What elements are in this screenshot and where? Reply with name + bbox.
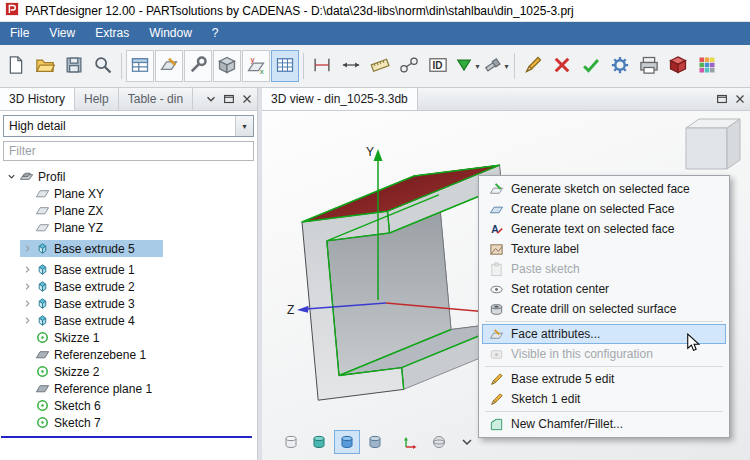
context-menu-item-label: Sketch 1 edit [511, 392, 580, 406]
tab-3d-history[interactable]: 3D History [0, 88, 75, 110]
delete-red-button[interactable] [548, 50, 576, 82]
tree-item-referenzebene-1[interactable]: Referenzebene 1 [20, 346, 174, 363]
tree-item-profil[interactable]: Profil [4, 168, 93, 185]
ruler-icon [370, 55, 390, 78]
tree-item-base-extrude-4[interactable]: Base extrude 4 [20, 312, 163, 329]
dim-arrow-button[interactable] [337, 50, 365, 82]
cylinder-blue-button[interactable] [334, 430, 360, 454]
view-cube[interactable] [686, 119, 740, 169]
context-menu-item-label: Create drill on selected surface [511, 302, 676, 316]
expander-closed-icon[interactable] [20, 242, 34, 256]
context-menu-item-generate-sketch-on-selected-face[interactable]: Generate sketch on selected face [482, 179, 726, 199]
expander-closed-icon[interactable] [20, 280, 34, 294]
filter-input[interactable] [3, 141, 254, 161]
tree-item-plane-xy[interactable]: Plane XY [20, 185, 132, 202]
menu-help[interactable]: ? [202, 22, 229, 45]
dropdown-arrow-icon[interactable]: ▾ [504, 62, 508, 71]
chevron-down-button[interactable] [454, 430, 480, 454]
tree-item-label: Base extrude 5 [54, 242, 135, 256]
viewport-window-controls [713, 88, 750, 110]
menu-window[interactable]: Window [139, 22, 202, 45]
sketch-plane-button[interactable] [155, 50, 183, 82]
search-button[interactable] [89, 50, 117, 82]
axes-button[interactable] [398, 430, 424, 454]
float-window-icon[interactable] [220, 91, 237, 108]
red-cube-button[interactable] [664, 50, 692, 82]
printer-button[interactable] [635, 50, 663, 82]
ruler-button[interactable] [366, 50, 394, 82]
cylinder-steel-button[interactable] [362, 430, 388, 454]
extrude-icon [34, 313, 51, 328]
context-menu-item-set-rotation-center[interactable]: Set rotation center [482, 279, 726, 299]
cube-button[interactable] [213, 50, 241, 82]
context-menu-item-create-plane-on-selected-face[interactable]: Create plane on selected Face [482, 199, 726, 219]
menu-view[interactable]: View [39, 22, 85, 45]
tree-item-plane-yz[interactable]: Plane YZ [20, 219, 131, 236]
tree-item-plane-zx[interactable]: Plane ZX [20, 202, 131, 219]
tree-item-base-extrude-3[interactable]: Base extrude 3 [20, 295, 163, 312]
gear-button[interactable] [606, 50, 634, 82]
tree-item-base-extrude-1[interactable]: Base extrude 1 [20, 261, 163, 278]
tab-help[interactable]: Help [75, 88, 119, 110]
open-folder-button[interactable] [31, 50, 59, 82]
close-icon[interactable] [238, 91, 255, 108]
context-menu-item-generate-text-on-selected-face[interactable]: AGenerate text on selected face [482, 219, 726, 239]
wrench-button[interactable] [184, 50, 212, 82]
table-window-button[interactable] [126, 50, 154, 82]
tree-item-sketch-6[interactable]: Sketch 6 [20, 397, 129, 414]
menu-file[interactable]: File [0, 22, 39, 45]
color-grid-button[interactable] [693, 50, 721, 82]
context-menu-item-base-extrude-5-edit[interactable]: Base extrude 5 edit [482, 369, 726, 389]
texture-label-icon [487, 242, 505, 257]
close-icon[interactable] [731, 91, 748, 108]
refplane-icon [34, 347, 51, 362]
tree-item-base-extrude-2[interactable]: Base extrude 2 [20, 278, 163, 295]
detail-level-select[interactable]: High detail ▾ [3, 115, 254, 137]
expander-closed-icon[interactable] [20, 297, 34, 311]
float-window-icon[interactable] [713, 91, 730, 108]
cylinder-outline-button[interactable] [278, 430, 304, 454]
tree-item-skizze-2[interactable]: Skizze 2 [20, 363, 127, 380]
delete-red-icon [552, 55, 572, 78]
check-green-button[interactable] [577, 50, 605, 82]
expander-closed-icon[interactable] [20, 263, 34, 277]
tab-table-din[interactable]: Table - din [119, 88, 193, 110]
cylinder-teal-button[interactable] [306, 430, 332, 454]
menu-extras[interactable]: Extras [85, 22, 139, 45]
screw-button[interactable]: ▾ [482, 50, 510, 82]
dropdown-arrow-icon[interactable]: ▾ [475, 62, 479, 71]
edit-pencil-button[interactable] [519, 50, 547, 82]
save-button[interactable] [60, 50, 88, 82]
id-badge-button[interactable]: ID [424, 50, 452, 82]
plane-icon [34, 186, 51, 201]
extrude-icon [34, 296, 51, 311]
tree-item-base-extrude-5[interactable]: Base extrude 5 [20, 240, 163, 257]
expander-open-icon[interactable] [4, 170, 18, 184]
context-menu-item-create-drill-on-selected-surface[interactable]: Create drill on selected surface [482, 299, 726, 319]
expander-closed-icon[interactable] [20, 314, 34, 328]
chevron-down-icon[interactable] [202, 91, 219, 108]
tree-item-skizze-1[interactable]: Skizze 1 [20, 329, 127, 346]
context-menu: Generate sketch on selected faceCreate p… [478, 175, 730, 438]
tree-item-sketch-7[interactable]: Sketch 7 [20, 414, 129, 431]
tree-item-label: Base extrude 1 [54, 263, 135, 277]
context-menu-item-sketch-1-edit[interactable]: Sketch 1 edit [482, 389, 726, 409]
chevron-down-icon[interactable]: ▾ [235, 116, 253, 136]
dim-bracket-button[interactable] [308, 50, 336, 82]
sketch-on-face-icon [487, 182, 505, 197]
context-menu-item-texture-label[interactable]: Texture label [482, 239, 726, 259]
plane-xy-button[interactable]: yx [242, 50, 270, 82]
context-menu-item-label: Texture label [511, 242, 579, 256]
tree-item-label: Skizze 1 [54, 331, 99, 345]
3d-viewport[interactable]: Y Z Generate sketch on selected faceCrea… [262, 111, 750, 460]
context-menu-item-new-chamfer-fillet[interactable]: New Chamfer/Fillet... [482, 414, 726, 434]
green-dropdown-button[interactable]: ▾ [453, 50, 481, 82]
link-measure-button[interactable] [395, 50, 423, 82]
tab-3d-view[interactable]: 3D view - din_1025-3.3db [262, 88, 418, 110]
new-document-button[interactable] [2, 50, 30, 82]
tree-item-reference-plane-1[interactable]: Reference plane 1 [20, 380, 180, 397]
titlebar: PARTdesigner 12.00 - PARTsolutions by CA… [0, 0, 750, 22]
context-menu-item-face-attributes[interactable]: Face attributes... [482, 324, 726, 344]
grid-button[interactable] [271, 50, 299, 82]
sphere-button[interactable] [426, 430, 452, 454]
